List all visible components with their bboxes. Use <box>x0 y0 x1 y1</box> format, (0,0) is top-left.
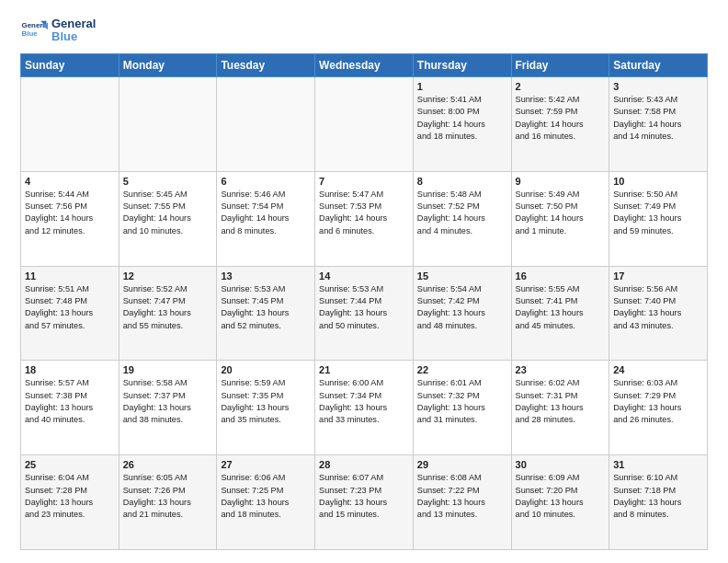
calendar-cell: 21Sunrise: 6:00 AM Sunset: 7:34 PM Dayli… <box>315 361 414 455</box>
calendar-cell: 31Sunrise: 6:10 AM Sunset: 7:18 PM Dayli… <box>609 455 708 550</box>
day-number: 1 <box>417 81 507 92</box>
calendar-week-row: 1Sunrise: 5:41 AM Sunset: 8:00 PM Daylig… <box>21 77 708 172</box>
day-number: 23 <box>516 364 606 375</box>
day-number: 12 <box>123 270 213 282</box>
day-info: Sunrise: 5:48 AM Sunset: 7:52 PM Dayligh… <box>417 189 507 237</box>
day-info: Sunrise: 5:50 AM Sunset: 7:49 PM Dayligh… <box>613 189 703 237</box>
calendar-cell <box>315 77 414 172</box>
calendar-cell: 14Sunrise: 5:53 AM Sunset: 7:44 PM Dayli… <box>315 266 414 361</box>
day-number: 22 <box>417 364 507 375</box>
day-info: Sunrise: 6:00 AM Sunset: 7:34 PM Dayligh… <box>319 377 409 426</box>
calendar-cell: 27Sunrise: 6:06 AM Sunset: 7:25 PM Dayli… <box>217 455 315 550</box>
weekday-header: Sunday <box>21 54 119 77</box>
calendar-cell: 10Sunrise: 5:50 AM Sunset: 7:49 PM Dayli… <box>609 171 708 266</box>
calendar-cell: 24Sunrise: 6:03 AM Sunset: 7:29 PM Dayli… <box>609 361 708 455</box>
calendar-cell: 28Sunrise: 6:07 AM Sunset: 7:23 PM Dayli… <box>315 455 414 550</box>
day-info: Sunrise: 5:49 AM Sunset: 7:50 PM Dayligh… <box>516 189 606 237</box>
day-info: Sunrise: 5:47 AM Sunset: 7:53 PM Dayligh… <box>319 189 409 237</box>
calendar-header-row: SundayMondayTuesdayWednesdayThursdayFrid… <box>21 54 708 77</box>
header: General Blue General Blue <box>20 17 708 44</box>
logo-icon: General Blue <box>20 17 48 44</box>
calendar-cell: 15Sunrise: 5:54 AM Sunset: 7:42 PM Dayli… <box>413 266 511 361</box>
calendar-cell: 7Sunrise: 5:47 AM Sunset: 7:53 PM Daylig… <box>315 171 414 266</box>
day-info: Sunrise: 6:04 AM Sunset: 7:28 PM Dayligh… <box>25 472 115 521</box>
calendar-cell: 9Sunrise: 5:49 AM Sunset: 7:50 PM Daylig… <box>511 171 609 266</box>
calendar-cell: 5Sunrise: 5:45 AM Sunset: 7:55 PM Daylig… <box>119 171 217 266</box>
day-info: Sunrise: 5:59 AM Sunset: 7:35 PM Dayligh… <box>221 377 311 426</box>
day-info: Sunrise: 5:55 AM Sunset: 7:41 PM Dayligh… <box>516 283 606 332</box>
day-number: 4 <box>25 176 115 187</box>
svg-text:Blue: Blue <box>22 29 39 38</box>
day-number: 3 <box>613 81 703 92</box>
calendar-cell: 1Sunrise: 5:41 AM Sunset: 8:00 PM Daylig… <box>413 77 511 172</box>
day-number: 6 <box>221 176 311 187</box>
calendar-cell: 16Sunrise: 5:55 AM Sunset: 7:41 PM Dayli… <box>511 266 609 361</box>
calendar-cell: 17Sunrise: 5:56 AM Sunset: 7:40 PM Dayli… <box>609 266 708 361</box>
weekday-header: Friday <box>511 54 609 77</box>
day-info: Sunrise: 6:02 AM Sunset: 7:31 PM Dayligh… <box>516 377 606 426</box>
calendar-week-row: 4Sunrise: 5:44 AM Sunset: 7:56 PM Daylig… <box>21 171 708 266</box>
day-number: 9 <box>516 176 606 187</box>
calendar-cell: 13Sunrise: 5:53 AM Sunset: 7:45 PM Dayli… <box>217 266 315 361</box>
day-number: 27 <box>221 459 311 470</box>
day-info: Sunrise: 5:52 AM Sunset: 7:47 PM Dayligh… <box>123 283 213 332</box>
calendar-cell: 18Sunrise: 5:57 AM Sunset: 7:38 PM Dayli… <box>21 361 119 455</box>
day-info: Sunrise: 5:53 AM Sunset: 7:45 PM Dayligh… <box>221 283 311 332</box>
day-number: 21 <box>319 364 409 375</box>
calendar-cell: 23Sunrise: 6:02 AM Sunset: 7:31 PM Dayli… <box>511 361 609 455</box>
calendar-cell <box>21 77 119 172</box>
day-info: Sunrise: 6:07 AM Sunset: 7:23 PM Dayligh… <box>319 472 409 521</box>
calendar-cell: 2Sunrise: 5:42 AM Sunset: 7:59 PM Daylig… <box>511 77 609 172</box>
page: General Blue General Blue SundayMondayTu… <box>0 0 728 563</box>
day-number: 10 <box>613 176 703 187</box>
calendar-cell: 4Sunrise: 5:44 AM Sunset: 7:56 PM Daylig… <box>21 171 119 266</box>
calendar-week-row: 25Sunrise: 6:04 AM Sunset: 7:28 PM Dayli… <box>21 455 708 550</box>
calendar-cell: 11Sunrise: 5:51 AM Sunset: 7:48 PM Dayli… <box>21 266 119 361</box>
calendar-cell: 25Sunrise: 6:04 AM Sunset: 7:28 PM Dayli… <box>21 455 119 550</box>
calendar-cell: 19Sunrise: 5:58 AM Sunset: 7:37 PM Dayli… <box>119 361 217 455</box>
day-number: 13 <box>221 270 311 282</box>
weekday-header: Monday <box>119 54 217 77</box>
day-info: Sunrise: 5:56 AM Sunset: 7:40 PM Dayligh… <box>613 283 703 332</box>
day-info: Sunrise: 6:05 AM Sunset: 7:26 PM Dayligh… <box>123 472 213 521</box>
day-info: Sunrise: 6:01 AM Sunset: 7:32 PM Dayligh… <box>417 377 507 426</box>
weekday-header: Thursday <box>413 54 511 77</box>
calendar-cell: 8Sunrise: 5:48 AM Sunset: 7:52 PM Daylig… <box>413 171 511 266</box>
day-info: Sunrise: 5:44 AM Sunset: 7:56 PM Dayligh… <box>25 189 115 237</box>
day-info: Sunrise: 5:46 AM Sunset: 7:54 PM Dayligh… <box>221 189 311 237</box>
day-number: 24 <box>613 364 703 375</box>
day-number: 30 <box>516 459 606 470</box>
day-number: 15 <box>417 270 507 282</box>
calendar-cell: 6Sunrise: 5:46 AM Sunset: 7:54 PM Daylig… <box>217 171 315 266</box>
day-info: Sunrise: 6:06 AM Sunset: 7:25 PM Dayligh… <box>221 472 311 521</box>
weekday-header: Wednesday <box>315 54 414 77</box>
day-number: 18 <box>25 364 115 375</box>
day-info: Sunrise: 6:08 AM Sunset: 7:22 PM Dayligh… <box>417 472 507 521</box>
day-info: Sunrise: 6:03 AM Sunset: 7:29 PM Dayligh… <box>613 377 703 426</box>
day-number: 14 <box>319 270 409 282</box>
calendar-cell <box>217 77 315 172</box>
day-info: Sunrise: 6:09 AM Sunset: 7:20 PM Dayligh… <box>516 472 606 521</box>
day-info: Sunrise: 5:58 AM Sunset: 7:37 PM Dayligh… <box>123 377 213 426</box>
day-info: Sunrise: 5:53 AM Sunset: 7:44 PM Dayligh… <box>319 283 409 332</box>
calendar-cell: 29Sunrise: 6:08 AM Sunset: 7:22 PM Dayli… <box>413 455 511 550</box>
day-info: Sunrise: 5:41 AM Sunset: 8:00 PM Dayligh… <box>417 94 507 143</box>
logo: General Blue General Blue <box>20 17 96 44</box>
day-info: Sunrise: 5:43 AM Sunset: 7:58 PM Dayligh… <box>613 94 703 143</box>
weekday-header: Saturday <box>609 54 708 77</box>
day-number: 8 <box>417 176 507 187</box>
day-number: 19 <box>123 364 213 375</box>
day-number: 25 <box>25 459 115 470</box>
calendar-cell: 30Sunrise: 6:09 AM Sunset: 7:20 PM Dayli… <box>511 455 609 550</box>
weekday-header: Tuesday <box>217 54 315 77</box>
day-number: 17 <box>613 270 703 282</box>
calendar-cell <box>119 77 217 172</box>
day-number: 7 <box>319 176 409 187</box>
day-number: 29 <box>417 459 507 470</box>
calendar-table: SundayMondayTuesdayWednesdayThursdayFrid… <box>20 53 708 550</box>
day-info: Sunrise: 5:42 AM Sunset: 7:59 PM Dayligh… <box>516 94 606 143</box>
logo-text: General Blue <box>51 17 96 44</box>
day-number: 5 <box>123 176 213 187</box>
calendar-cell: 22Sunrise: 6:01 AM Sunset: 7:32 PM Dayli… <box>413 361 511 455</box>
calendar-cell: 3Sunrise: 5:43 AM Sunset: 7:58 PM Daylig… <box>609 77 708 172</box>
